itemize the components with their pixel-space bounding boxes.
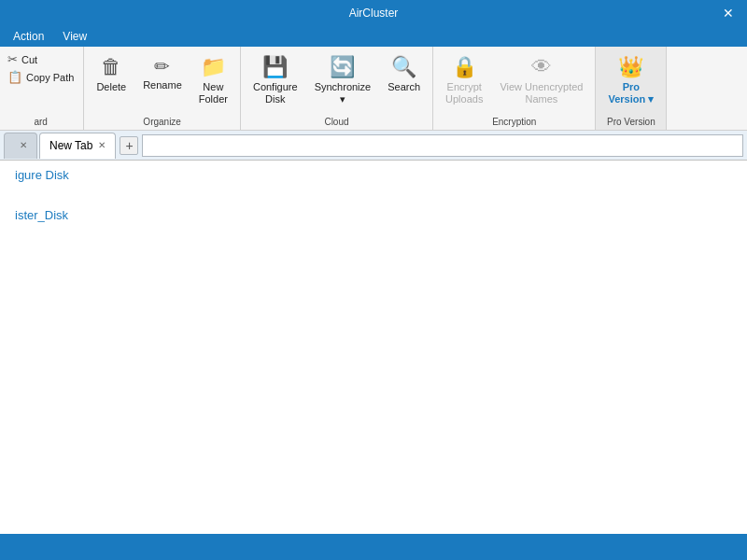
copy-path-icon: 📋: [7, 70, 22, 84]
ribbon: ✂ Cut 📋 Copy Path ard 🗑 Delete ✏ Rename: [0, 47, 747, 131]
tab-new[interactable]: New Tab ✕: [39, 133, 116, 159]
encryption-group-label: Encryption: [437, 115, 591, 130]
rename-icon: ✏: [154, 55, 170, 77]
encrypt-uploads-button[interactable]: 🔒 EncryptUploads: [437, 50, 491, 110]
rename-button[interactable]: ✏ Rename: [134, 50, 190, 96]
ribbon-group-clipboard: ✂ Cut 📋 Copy Path ard: [0, 47, 84, 130]
configure-disk-icon: 💾: [262, 55, 288, 79]
delete-icon: 🗑: [101, 55, 121, 79]
encrypt-uploads-label: EncryptUploads: [445, 81, 483, 105]
delete-button[interactable]: 🗑 Delete: [88, 50, 134, 98]
status-bar: [0, 534, 747, 560]
close-button[interactable]: ✕: [710, 0, 747, 26]
cut-icon: ✂: [7, 52, 18, 66]
search-icon: 🔍: [391, 55, 416, 79]
tab-new-close[interactable]: ✕: [98, 141, 106, 150]
address-bar[interactable]: [142, 134, 743, 157]
title-bar: AirCluster ✕: [0, 0, 747, 26]
new-folder-label: NewFolder: [199, 81, 228, 105]
synchronize-button[interactable]: 🔄 Synchronize▾: [306, 50, 380, 110]
pro-version-label: ProVersion ▾: [608, 81, 654, 105]
synchronize-icon: 🔄: [330, 55, 355, 79]
menu-action[interactable]: Action: [4, 28, 53, 45]
pro-version-icon: 👑: [618, 55, 643, 79]
ribbon-group-organize: 🗑 Delete ✏ Rename 📁 NewFolder Organize: [84, 47, 241, 130]
pro-group-label: Pro Version: [599, 115, 662, 130]
copy-path-button[interactable]: 📋 Copy Path: [2, 68, 79, 86]
rename-label: Rename: [143, 79, 182, 91]
tab-new-label: New Tab: [49, 139, 92, 152]
organize-group-label: Organize: [88, 115, 236, 130]
new-tab-button[interactable]: +: [120, 136, 138, 155]
tab-bar: ✕ New Tab ✕ +: [0, 131, 747, 161]
view-unencrypted-label: View UnencryptedNames: [500, 81, 583, 105]
ribbon-group-encryption: 🔒 EncryptUploads 👁 View UnencryptedNames…: [433, 47, 596, 130]
cut-button[interactable]: ✂ Cut: [2, 50, 79, 68]
new-folder-icon: 📁: [201, 55, 226, 79]
ribbon-group-pro: 👑 ProVersion ▾ Pro Version: [596, 47, 667, 130]
app-title: AirCluster: [349, 7, 399, 20]
pro-version-button[interactable]: 👑 ProVersion ▾: [599, 50, 662, 110]
tab-1[interactable]: ✕: [4, 133, 37, 159]
configure-disk-button[interactable]: 💾 ConfigureDisk: [245, 50, 306, 110]
synchronize-label: Synchronize▾: [315, 81, 372, 105]
configure-disk-link[interactable]: igure Disk: [15, 168, 732, 182]
view-unencrypted-button[interactable]: 👁 View UnencryptedNames: [491, 50, 591, 110]
tab-1-close[interactable]: ✕: [20, 141, 27, 150]
new-folder-button[interactable]: 📁 NewFolder: [190, 50, 236, 110]
configure-disk-label: ConfigureDisk: [253, 81, 298, 105]
menu-bar: Action View: [0, 26, 747, 47]
cluster-disk-link[interactable]: ister_Disk: [15, 208, 732, 222]
main-content: igure Disk ister_Disk: [0, 161, 747, 534]
ribbon-group-cloud: 💾 ConfigureDisk 🔄 Synchronize▾ 🔍 Search …: [241, 47, 433, 130]
clipboard-group-label: ard: [2, 115, 79, 130]
view-unencrypted-icon: 👁: [531, 55, 552, 79]
delete-label: Delete: [96, 81, 126, 93]
menu-view[interactable]: View: [53, 28, 96, 45]
close-icon: ✕: [723, 6, 734, 21]
search-label: Search: [388, 81, 420, 93]
copy-path-label: Copy Path: [26, 72, 74, 83]
new-tab-icon: +: [125, 138, 133, 153]
search-button[interactable]: 🔍 Search: [379, 50, 429, 98]
encrypt-uploads-icon: 🔒: [452, 55, 477, 79]
cut-label: Cut: [21, 54, 37, 65]
cloud-group-label: Cloud: [245, 115, 429, 130]
